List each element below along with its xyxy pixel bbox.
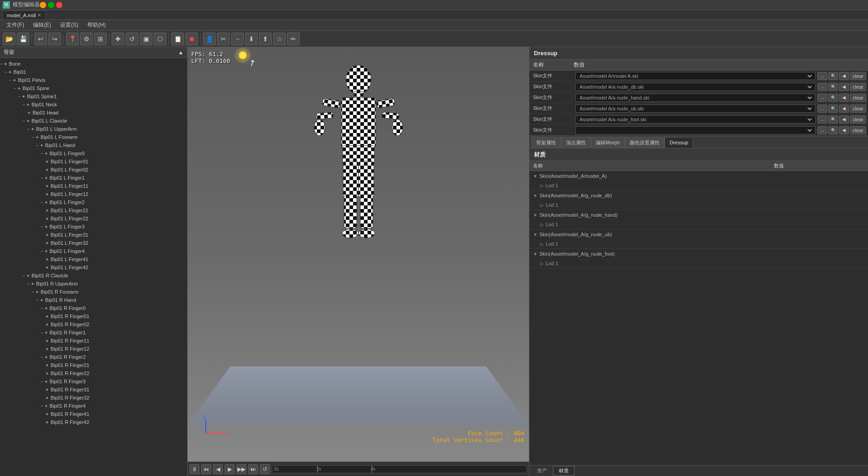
tool-gear[interactable]: ⚙ xyxy=(80,33,93,45)
timeline-loop[interactable]: ↺ xyxy=(260,464,270,474)
menu-edit[interactable]: 编辑(E) xyxy=(28,20,56,30)
skin-clear-button[interactable]: clear xyxy=(850,115,866,124)
tree-expand-icon[interactable]: − xyxy=(41,330,43,335)
skin-input[interactable]: Asset/model A/a nude_foot.ski xyxy=(576,115,816,124)
timeline-pause[interactable]: ⏸ xyxy=(189,464,199,474)
tree-item[interactable]: ✦Bip01 L Finger22 xyxy=(0,214,187,223)
tree-expand-icon[interactable]: − xyxy=(5,70,7,75)
skin-search-button[interactable]: 🔍 xyxy=(828,72,838,80)
tree-expand-icon[interactable]: − xyxy=(41,176,43,181)
tool-arrow-down[interactable]: ⬇ xyxy=(245,33,258,45)
tree-item[interactable]: −✦Bip01 L Forearm xyxy=(0,133,187,141)
mat-group-header[interactable]: ▼Skin(Asset/model_A/g_nude_foot) xyxy=(529,249,868,259)
right-tab-color-settings[interactable]: 颜色设置属性 xyxy=(625,137,665,148)
timeline-to-start[interactable]: ⏮ xyxy=(201,464,211,474)
tree-item[interactable]: ✦Bip01 R Finger42 xyxy=(0,418,187,426)
skin-prev-button[interactable]: ◀ xyxy=(839,105,849,113)
timeline-next[interactable]: ▶▶ xyxy=(236,464,246,474)
mat-subitem[interactable]: ▷Lod 1 xyxy=(529,259,868,268)
tab-close-icon[interactable]: ✕ xyxy=(38,13,41,18)
scroll-up-icon[interactable]: ▲ xyxy=(178,49,184,56)
right-tab-dressup[interactable]: Dressup xyxy=(665,137,693,148)
skin-search-button[interactable]: 🔍 xyxy=(828,83,838,91)
viewport-canvas[interactable]: FPS: 61.2 LFT: 0.0160 ↗ xyxy=(188,47,529,462)
skin-clear-button[interactable]: clear xyxy=(850,105,866,113)
skin-browse-button[interactable]: ... xyxy=(817,115,827,124)
skin-prev-button[interactable]: ◀ xyxy=(839,72,849,80)
tool-grid[interactable]: ⊞ xyxy=(94,33,107,45)
tree-item[interactable]: −✦Bip01 L Finger4 xyxy=(0,247,187,255)
skin-prev-button[interactable]: ◀ xyxy=(839,126,849,134)
skin-browse-button[interactable]: ... xyxy=(817,126,827,134)
tree-item[interactable]: −✦Bip01 R Finger3 xyxy=(0,377,187,386)
tool-copy[interactable]: 📋 xyxy=(171,33,184,45)
tool-arrow-up[interactable]: ⬆ xyxy=(259,33,272,45)
skin-search-button[interactable]: 🔍 xyxy=(828,94,838,102)
skin-prev-button[interactable]: ◀ xyxy=(839,83,849,91)
minimize-button[interactable] xyxy=(40,2,46,8)
tree-item[interactable]: −✦Bip01 R Hand xyxy=(0,296,187,304)
tree-expand-icon[interactable]: − xyxy=(9,78,12,83)
tree-expand-icon[interactable]: − xyxy=(23,273,25,278)
tree-item[interactable]: −✦Bip01 Neck xyxy=(0,100,187,109)
tree-item[interactable]: ✦Bip01 R Finger32 xyxy=(0,394,187,402)
tree-expand-icon[interactable]: − xyxy=(41,151,43,156)
tree-item[interactable]: −✦Bone xyxy=(0,60,187,68)
timeline-play[interactable]: ▶ xyxy=(225,464,235,474)
tree-item[interactable]: ✦Bip01 L Finger42 xyxy=(0,263,187,271)
tool-undo[interactable]: ↩ xyxy=(34,33,47,45)
mat-group-header[interactable]: ▼Skin(Asset/model_A/g_nude_ub) xyxy=(529,229,868,239)
menu-help[interactable]: 帮助(H) xyxy=(83,20,110,30)
skin-input[interactable]: Asset/model A/model A.ski xyxy=(576,72,816,80)
tree-item[interactable]: ✦Bip01 R Finger22 xyxy=(0,369,187,377)
tree-item[interactable]: ✦Bip01 L Finger31 xyxy=(0,231,187,239)
skin-search-button[interactable]: 🔍 xyxy=(828,115,838,124)
close-button[interactable] xyxy=(56,2,62,8)
tree-item[interactable]: ✦Bip01 L Finger02 xyxy=(0,166,187,174)
tree-item[interactable]: −✦Bip01 L Finger1 xyxy=(0,174,187,182)
skin-file-select[interactable]: Asset/model A/a nude_ub.ski xyxy=(578,105,813,112)
skin-input[interactable]: Asset/model A/a nude_db.ski xyxy=(576,83,816,91)
tree-item[interactable]: −✦Bip01 R Forearm xyxy=(0,288,187,296)
tree-expand-icon[interactable]: − xyxy=(41,224,43,229)
tree-expand-icon[interactable]: − xyxy=(36,298,39,303)
tree-item[interactable]: −✦Bip01 R UpperArm xyxy=(0,280,187,288)
tool-star[interactable]: ☆ xyxy=(273,33,286,45)
tree-item[interactable]: ✦Bip01 L Finger21 xyxy=(0,206,187,214)
right-tab-bone-props[interactable]: 骨架属性 xyxy=(531,137,561,148)
tool-save[interactable]: 💾 xyxy=(17,33,29,45)
skin-search-button[interactable]: 🔍 xyxy=(828,126,838,134)
tree-item[interactable]: −✦Bip01 R Clavicle xyxy=(0,271,187,280)
tree-item[interactable]: −✦Bip01 R Finger2 xyxy=(0,353,187,361)
tree-item[interactable]: −✦Bip01 Spine xyxy=(0,84,187,92)
tree-item[interactable]: −✦Bip01 R Finger4 xyxy=(0,402,187,410)
tree-expand-icon[interactable]: − xyxy=(41,249,43,254)
tree-expand-icon[interactable]: − xyxy=(41,379,43,384)
bone-tree[interactable]: −✦Bone−✦Bip01−✦Bip01 Pelvis−✦Bip01 Spine… xyxy=(0,58,187,476)
tree-item[interactable]: −✦Bip01 L Finger2 xyxy=(0,198,187,206)
tree-item[interactable]: ✦Bip01 L Finger32 xyxy=(0,239,187,247)
skin-prev-button[interactable]: ◀ xyxy=(839,115,849,124)
tool-redo[interactable]: ↪ xyxy=(48,33,61,45)
mat-group-header[interactable]: ▼Skin(Asset/model_A/g_nude_db) xyxy=(529,190,868,200)
tree-expand-icon[interactable]: − xyxy=(32,135,34,140)
right-tab-vertex-props[interactable]: 顶点属性 xyxy=(561,137,591,148)
skin-browse-button[interactable]: ... xyxy=(817,105,827,113)
right-tab-morph[interactable]: 编辑Morph xyxy=(591,137,625,148)
tree-expand-icon[interactable]: − xyxy=(14,86,16,91)
skin-browse-button[interactable]: ... xyxy=(817,83,827,91)
tree-item[interactable]: −✦Bip01 Spine1 xyxy=(0,92,187,100)
skin-search-button[interactable]: 🔍 xyxy=(828,105,838,113)
tab-model-a[interactable]: model_A.mdl ✕ xyxy=(2,10,46,19)
skin-file-select[interactable]: Asset/model A/a nude_hand.ski xyxy=(578,95,813,101)
tool-box[interactable]: ▣ xyxy=(140,33,152,45)
skin-clear-button[interactable]: clear xyxy=(850,94,866,102)
menu-settings[interactable]: 设置(S) xyxy=(56,20,83,30)
tree-expand-icon[interactable]: − xyxy=(41,404,43,409)
mat-group-header[interactable]: ▼Skin(Asset/model_A/g_nude_hand) xyxy=(529,210,868,220)
skin-input[interactable]: Asset/model A/a nude_ub.ski xyxy=(576,105,816,113)
menu-file[interactable]: 文件(F) xyxy=(2,20,28,30)
mat-group-header[interactable]: ▼Skin(Asset/model_A/model_A) xyxy=(529,171,868,181)
tool-arrow-right[interactable]: → xyxy=(231,33,244,45)
mat-subitem[interactable]: ▷Lod 1 xyxy=(529,220,868,229)
